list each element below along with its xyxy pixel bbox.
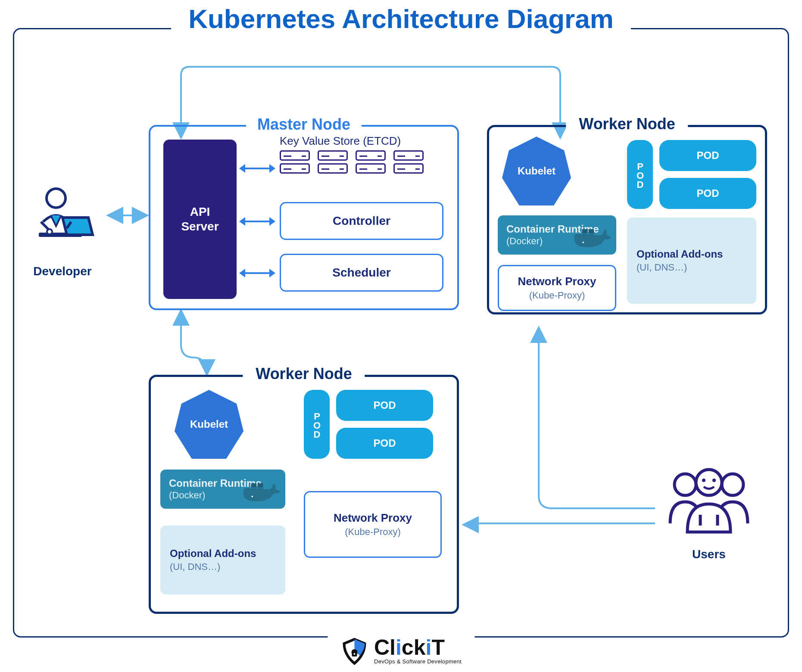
developer-icon: [26, 185, 99, 258]
pod-box: POD: [336, 428, 433, 459]
svg-point-0: [47, 189, 66, 208]
users-label: Users: [659, 548, 758, 561]
svg-point-22: [353, 653, 355, 655]
svg-point-18: [702, 479, 705, 482]
addons-label: Optional Add-ons: [170, 548, 276, 560]
worker-node-1-title: Worker Node: [566, 115, 688, 133]
container-runtime-box: Container Runtime (Docker): [498, 215, 616, 255]
addons-label: Optional Add-ons: [637, 248, 747, 260]
container-runtime-box: Container Runtime (Docker): [160, 470, 285, 509]
users-icon: [659, 463, 758, 541]
worker-node-2: Worker Node Kubelet Container Runtime (D…: [149, 375, 459, 614]
etcd-icon: [280, 150, 424, 174]
network-proxy-sub: (Kube-Proxy): [508, 290, 606, 301]
users-actor: Users: [659, 463, 758, 561]
bidir-arrow-icon: [244, 221, 270, 222]
addons-box: Optional Add-ons (UI, DNS…): [627, 218, 756, 304]
developer-actor: Developer: [26, 185, 99, 278]
svg-rect-7: [588, 229, 594, 233]
pod-box: POD: [659, 140, 756, 171]
svg-point-2: [47, 229, 52, 234]
docker-icon: [242, 477, 283, 505]
network-proxy-box: Network Proxy (Kube-Proxy): [304, 491, 442, 558]
svg-point-14: [251, 496, 253, 498]
api-server-box: API Server: [163, 140, 237, 299]
master-node-title: Master Node: [246, 115, 362, 134]
pod-vertical: POD: [627, 140, 653, 209]
worker-node-1: Worker Node Kubelet Container Runtime (D…: [487, 125, 767, 314]
etcd-label: Key Value Store (ETCD): [280, 134, 401, 148]
network-proxy-label: Network Proxy: [508, 275, 606, 288]
svg-rect-6: [582, 229, 588, 233]
svg-point-15: [674, 474, 696, 495]
controller-box: Controller: [280, 202, 443, 240]
svg-point-19: [712, 479, 716, 482]
addons-box: Optional Add-ons (UI, DNS…): [160, 526, 285, 594]
api-server-label: API Server: [181, 205, 218, 233]
pod-box: POD: [336, 390, 433, 421]
bidir-arrow-icon: [244, 168, 270, 169]
svg-point-16: [722, 474, 743, 495]
network-proxy-box: Network Proxy (Kube-Proxy): [498, 265, 616, 311]
logo-text: ClickiT: [374, 638, 462, 657]
diagram-title: Kubernetes Architecture Diagram: [171, 3, 631, 34]
pod-vertical: POD: [304, 390, 330, 459]
developer-label: Developer: [26, 264, 99, 278]
addons-sub: (UI, DNS…): [170, 561, 276, 572]
svg-rect-12: [251, 483, 257, 488]
worker-node-2-title: Worker Node: [243, 365, 365, 383]
master-node: Master Node API Server Key Value Store (…: [149, 125, 459, 310]
kubelet-badge: Kubelet: [502, 137, 571, 205]
scheduler-box: Scheduler: [280, 254, 443, 292]
svg-point-17: [696, 470, 722, 495]
shield-icon: [340, 638, 368, 665]
svg-point-8: [582, 242, 584, 243]
logo-tagline: DevOps & Software Development: [374, 658, 462, 665]
pod-box: POD: [659, 178, 756, 209]
network-proxy-label: Network Proxy: [314, 511, 432, 525]
addons-sub: (UI, DNS…): [637, 262, 747, 273]
bidir-arrow-icon: [244, 272, 270, 274]
network-proxy-sub: (Kube-Proxy): [314, 526, 432, 538]
brand-logo: ClickiT DevOps & Software Development: [328, 636, 474, 667]
docker-icon: [573, 223, 614, 251]
kubelet-badge: Kubelet: [175, 390, 243, 459]
svg-rect-13: [257, 483, 263, 488]
